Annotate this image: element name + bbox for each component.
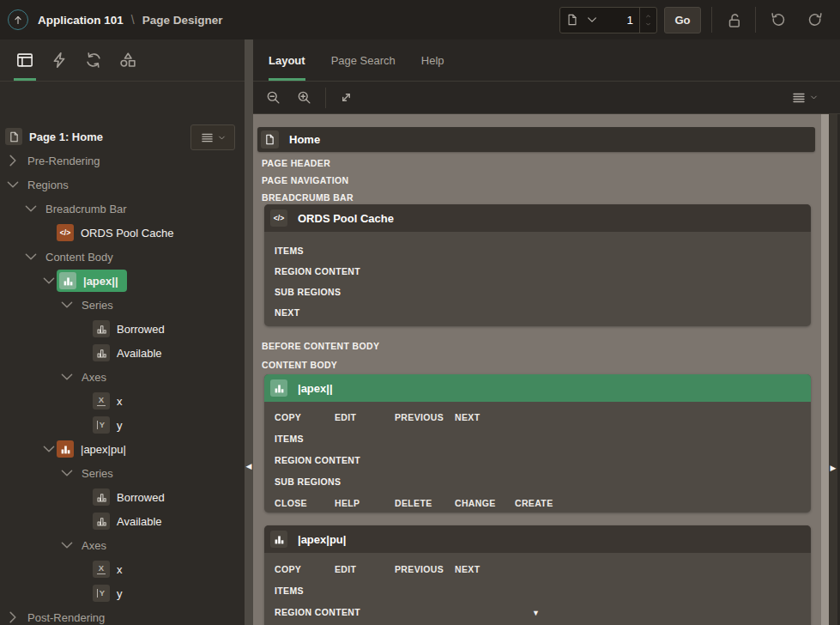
page-region-home[interactable]: Home [257,127,815,152]
tab-help[interactable]: Help [421,39,444,81]
page-number-input[interactable]: 1 [596,14,639,27]
region-action-next[interactable]: NEXT [455,412,515,422]
tree-item-borrowed[interactable]: Borrowed [0,485,245,509]
page-selector[interactable]: 1 [559,7,657,33]
tree-item-label: Regions [27,179,69,191]
bar-chart-icon [9,131,20,143]
tree-item-breadcrumb-bar[interactable]: Breadcrumb Bar [0,197,245,221]
tree-menu-button[interactable] [190,124,235,150]
tree-item-regions[interactable]: Regions [0,173,245,197]
layout-canvas: Home PAGE HEADERPAGE NAVIGATIONBREADCRUM… [253,114,821,625]
region-action-previous[interactable]: PREVIOUS [395,564,455,574]
tree-item-label: Post-Rendering [27,611,105,624]
expand-button[interactable] [335,87,357,109]
tab-page-search[interactable]: Page Search [331,39,396,81]
go-button[interactable]: Go [664,7,701,33]
chevron-down-icon[interactable] [59,297,75,312]
region-action-delete[interactable]: DELETE [395,498,455,508]
region-action-copy[interactable]: COPY [275,564,335,574]
undo-icon [770,12,786,28]
tab-processing[interactable] [76,39,111,81]
zoom-out-button[interactable] [262,87,284,109]
chevron-down-icon [218,134,226,142]
right-splitter[interactable]: ▶ [829,114,840,625]
chevron-down-icon[interactable] [41,441,57,457]
tree-item-ords-pool-cache[interactable]: </>ORDS Pool Cache [0,221,245,245]
region-header[interactable]: |apex|pu| [264,525,811,553]
chevron-right-icon[interactable] [5,610,21,625]
tree-item-y[interactable]: Yy [0,581,245,605]
header-undo-button[interactable] [766,9,789,31]
header-lock-open-button[interactable] [722,9,745,31]
tab-shared-components[interactable] [111,39,145,81]
region-action-help[interactable]: HELP [335,498,395,508]
top-header-bar: Application 101 \ Page Designer 1 Go [0,0,840,39]
region-action-next[interactable]: NEXT [455,564,515,574]
page-region-title: Home [289,133,320,146]
bar-chart-icon [96,348,107,359]
tree-item-apex[interactable]: |apex|| [0,269,245,293]
chevron-down-icon[interactable] [41,273,57,288]
tree-selected-node[interactable]: |apex|| [57,270,127,292]
page-number-stepper[interactable] [639,8,656,33]
bar-chart-icon [93,513,110,530]
chevron-down-icon[interactable] [23,249,39,264]
tree-item-y[interactable]: Yy [0,413,245,437]
tree-item-x[interactable]: Xx [0,557,245,581]
region-apex[interactable]: |apex|| COPYEDITPREVIOUSNEXTITEMSREGION … [264,374,811,513]
layout-slot-next: NEXT [275,307,299,318]
region-action-copy[interactable]: COPY [275,412,335,422]
region-action-edit[interactable]: EDIT [335,564,395,574]
tab-rendering[interactable] [8,39,42,81]
go-to-app-button[interactable] [8,9,28,30]
tree-item-content-body[interactable]: Content Body [0,245,245,269]
region-action-close[interactable]: CLOSE [275,498,335,508]
layout-slot-items: ITEMS [275,434,304,444]
region-slot-row: REGION CONTENT [275,263,811,283]
chevron-down-icon[interactable] [578,14,596,26]
chevron-down-icon[interactable] [59,537,75,553]
chevron-down-icon[interactable] [59,369,75,385]
region-header-selected[interactable]: |apex|| [264,374,811,402]
tab-layout[interactable]: Layout [269,39,305,81]
left-splitter[interactable]: ◀ [245,39,253,625]
tree-item-pre-rendering[interactable]: Pre-Rendering [0,149,245,173]
region-actions-row: COPYEDITPREVIOUSNEXT [275,409,811,430]
region-action-edit[interactable]: EDIT [335,412,395,422]
region-header[interactable]: </> ORDS Pool Cache [264,204,811,232]
tree-item-axes[interactable]: Axes [0,533,245,557]
region-action-previous[interactable]: PREVIOUS [395,412,455,422]
tree-item-apex-pu[interactable]: |apex|pu| [0,437,245,461]
layout-menu-button[interactable] [792,91,818,105]
region-ords-pool-cache[interactable]: </> ORDS Pool Cache ITEMSREGION CONTENTS… [264,204,811,326]
breadcrumb-application[interactable]: Application 101 [38,14,124,27]
shared-components-icon [119,52,136,69]
tree-item-axes[interactable]: Axes [0,365,245,389]
tree-item-available[interactable]: Available [0,509,245,533]
tree-item-borrowed[interactable]: Borrowed [0,317,245,341]
scroll-more-indicator[interactable]: ▼ [532,609,540,617]
layout-slot-sub-regions: SUB REGIONS [275,476,341,487]
tree-item-x[interactable]: Xx [0,389,245,413]
chevron-down-icon[interactable] [23,201,39,216]
zoom-in-button[interactable] [293,87,315,109]
header-redo-button[interactable] [804,9,826,31]
breadcrumb-separator: \ [131,13,135,27]
region-action-change[interactable]: CHANGE [455,498,515,508]
layout-toolbar [253,82,840,114]
tree-item-available[interactable]: Available [0,341,245,365]
code-icon: </> [57,224,74,241]
tab-dynamic-actions[interactable] [42,39,76,81]
expand-right-icon[interactable]: ▶ [829,464,837,472]
chevron-down-icon[interactable] [59,465,75,481]
tree-item-post-rendering[interactable]: Post-Rendering [0,605,245,625]
dynamic-actions-icon [51,52,68,69]
chevron-right-icon[interactable] [5,153,21,168]
canvas-scrollbar[interactable] [821,114,829,625]
chevron-down-icon[interactable] [5,177,21,192]
region-action-create[interactable]: CREATE [515,498,575,508]
axis-y-letter: Y [97,421,106,429]
tree-item-series[interactable]: Series [0,293,245,317]
tree-item-series[interactable]: Series [0,461,245,485]
collapse-left-icon[interactable]: ◀ [245,462,253,470]
